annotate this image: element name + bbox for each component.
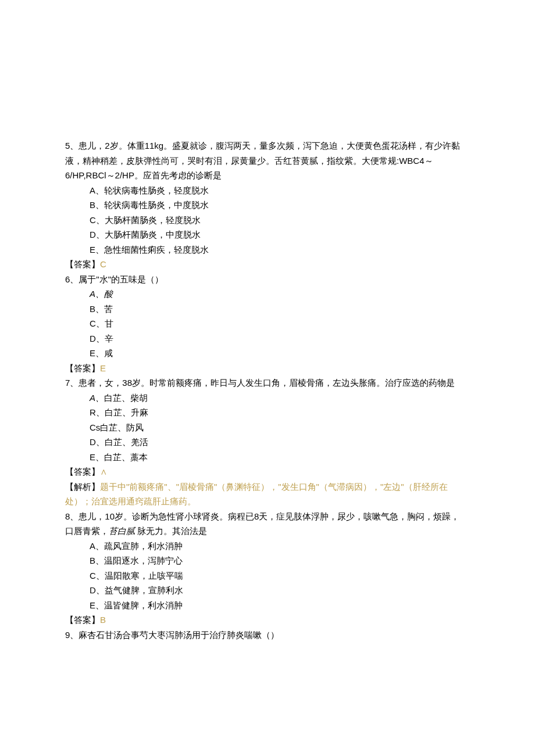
answer-label: 【答案】 xyxy=(65,259,100,269)
question-6-option-b: B、苦 xyxy=(90,302,465,317)
explain-label: 【解析】 xyxy=(65,482,100,492)
question-6-option-c: C、甘 xyxy=(90,316,465,331)
question-5-answer: 【答案】C xyxy=(65,257,465,272)
question-8: 8、患儿，10岁。诊断为急性肾小球肾炎。病程已8天，症见肢体浮肿，尿少，咳嗽气急… xyxy=(65,509,465,628)
question-7-option-e: E、白芷、藁本 xyxy=(90,450,465,465)
question-6-answer: 【答案】E xyxy=(65,361,465,376)
question-7: 7、患者，女，38岁。时常前额疼痛，昨日与人发生口角，眉棱骨痛，左边头胀痛。治疗… xyxy=(65,375,465,509)
question-7-stem: 7、患者，女，38岁。时常前额疼痛，昨日与人发生口角，眉棱骨痛，左边头胀痛。治疗… xyxy=(65,375,465,390)
answer-label: 【答案】 xyxy=(65,615,100,625)
question-5-options: A、轮状病毒性肠炎，轻度脱水 B、轮状病毒性肠炎，中度脱水 C、大肠杆菌肠炎，轻… xyxy=(65,183,465,257)
question-5-option-b: B、轮状病毒性肠炎，中度脱水 xyxy=(90,198,465,213)
question-6: 6、属于"水"的五味是（） A、酸 B、苦 C、甘 D、辛 E、咸 【答案】E xyxy=(65,272,465,376)
question-5-option-d: D、大肠杆菌肠炎，中度脱水 xyxy=(90,227,465,242)
question-6-option-a: A、酸 xyxy=(90,286,465,302)
question-6-option-d: D、辛 xyxy=(90,331,465,346)
question-6-options: A、酸 B、苦 C、甘 D、辛 E、咸 xyxy=(65,286,465,361)
question-5-option-e: E、急性细菌性痢疾，轻度脱水 xyxy=(90,242,465,257)
option-a-prefix: A、 xyxy=(90,393,104,403)
explain-value: 题干中"前额疼痛"、"眉棱骨痛"（鼻渊特征），"发生口角"（气滞病因），"左边"… xyxy=(65,482,448,507)
question-7-option-a: A、白芷、柴胡 xyxy=(90,390,465,406)
question-8-option-d: D、益气健脾，宣肺利水 xyxy=(90,583,465,598)
question-8-answer: 【答案】B xyxy=(65,612,465,628)
answer-value: B xyxy=(100,615,106,625)
question-6-option-e: E、咸 xyxy=(90,346,465,361)
answer-label: 【答案】 xyxy=(65,363,100,373)
question-7-option-d: D、白芷、羌活 xyxy=(90,435,465,450)
question-7-options: A、白芷、柴胡 R、白芷、升麻 Cs白芷、防风 D、白芷、羌活 E、白芷、藁本 xyxy=(65,390,465,465)
question-5-option-a: A、轮状病毒性肠炎，轻度脱水 xyxy=(90,183,465,198)
answer-value: E xyxy=(100,363,106,373)
question-9-stem: 9、麻杏石甘汤合事芍大枣泻肺汤用于治疗肺炎喘嗽（） xyxy=(65,628,465,643)
question-5: 5、患儿，2岁。体重11kg。盛夏就诊，腹泻两天，量多次频，泻下急迫，大便黄色蛋… xyxy=(65,138,465,272)
question-7-answer: 【答案】∧ xyxy=(65,464,465,479)
question-8-option-c: C、温阳散寒，止咳平喘 xyxy=(90,568,465,583)
answer-label: 【答案】 xyxy=(65,467,100,476)
question-9: 9、麻杏石甘汤合事芍大枣泻肺汤用于治疗肺炎喘嗽（） xyxy=(65,628,465,643)
document-page: 5、患儿，2岁。体重11kg。盛夏就诊，腹泻两天，量多次频，泻下急迫，大便黄色蛋… xyxy=(0,0,535,700)
answer-value: ∧ xyxy=(100,467,107,476)
question-8-stem-post: 脉无力。其治法是 xyxy=(135,526,207,536)
question-7-explain: 【解析】题干中"前额疼痛"、"眉棱骨痛"（鼻渊特征），"发生口角"（气滞病因），… xyxy=(65,479,465,509)
question-8-option-a: A、疏风宣肺，利水消肿 xyxy=(90,539,465,554)
question-7-option-r: R、白芷、升麻 xyxy=(90,405,465,420)
question-8-options: A、疏风宣肺，利水消肿 B、温阳逐水，泻肺宁心 C、温阳散寒，止咳平喘 D、益气… xyxy=(65,539,465,613)
question-8-option-e: E、温皆健脾，利水消肿 xyxy=(90,598,465,613)
question-8-stem-italic: 苔白腻 xyxy=(109,526,135,536)
question-6-stem: 6、属于"水"的五味是（） xyxy=(65,272,465,287)
answer-value: C xyxy=(100,259,106,269)
question-8-stem: 8、患儿，10岁。诊断为急性肾小球肾炎。病程已8天，症见肢体浮肿，尿少，咳嗽气急… xyxy=(65,509,465,539)
question-7-option-cs: Cs白芷、防风 xyxy=(90,420,465,435)
question-8-option-b: B、温阳逐水，泻肺宁心 xyxy=(90,553,465,568)
option-a-rest: 白芷、柴胡 xyxy=(104,393,148,403)
question-5-option-c: C、大肠杆菌肠炎，轻度脱水 xyxy=(90,213,465,228)
question-5-stem: 5、患儿，2岁。体重11kg。盛夏就诊，腹泻两天，量多次频，泻下急迫，大便黄色蛋… xyxy=(65,138,465,183)
